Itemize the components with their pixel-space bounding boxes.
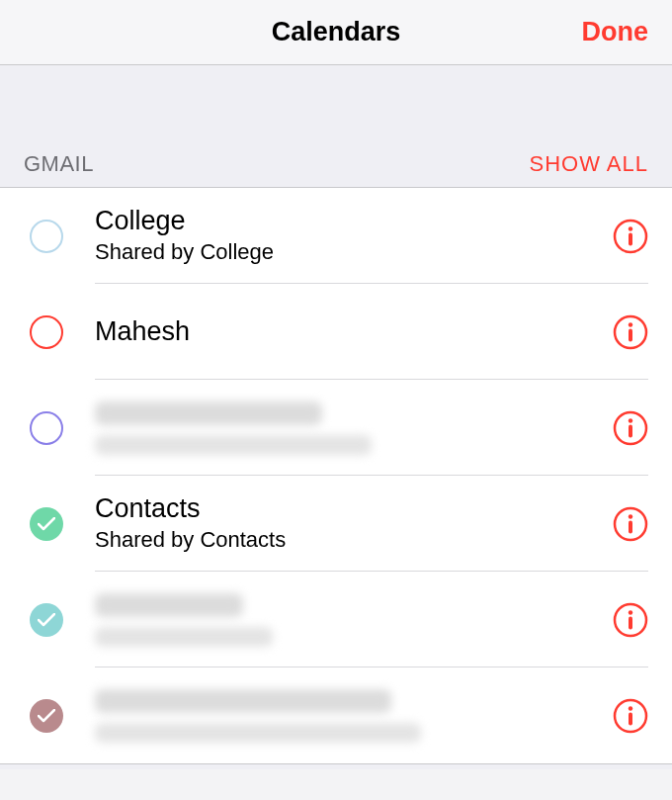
info-icon[interactable]: [613, 410, 648, 446]
calendar-row[interactable]: [0, 667, 672, 763]
svg-point-16: [629, 706, 632, 710]
calendar-row-content: [95, 689, 597, 743]
calendar-row[interactable]: [0, 572, 672, 667]
calendar-row-content: [95, 593, 597, 647]
svg-rect-17: [629, 712, 632, 725]
calendar-title: Mahesh: [95, 315, 597, 347]
calendar-checkbox[interactable]: [30, 220, 63, 253]
svg-point-4: [629, 322, 632, 326]
calendar-row[interactable]: [0, 380, 672, 476]
calendar-checkbox[interactable]: [30, 315, 63, 349]
calendar-subtitle-redacted: [95, 435, 372, 455]
info-icon[interactable]: [613, 314, 648, 350]
calendar-subtitle: Shared by Contacts: [95, 526, 597, 555]
svg-rect-14: [629, 616, 632, 629]
svg-point-7: [629, 418, 632, 422]
calendar-title: College: [95, 205, 597, 236]
info-icon[interactable]: [613, 219, 648, 254]
calendar-title: Contacts: [95, 492, 597, 524]
calendar-row[interactable]: ContactsShared by Contacts: [0, 476, 672, 572]
calendar-title-redacted: [95, 689, 391, 713]
info-icon[interactable]: [613, 698, 648, 734]
calendar-row-content: ContactsShared by Contacts: [95, 492, 597, 555]
svg-point-13: [629, 610, 632, 614]
info-icon[interactable]: [613, 506, 648, 542]
svg-rect-8: [629, 424, 632, 437]
section-label: GMAIL: [24, 151, 94, 177]
page-title: Calendars: [272, 17, 401, 47]
calendar-checkbox[interactable]: [30, 699, 63, 733]
done-button[interactable]: Done: [582, 17, 649, 47]
calendar-row-content: [95, 401, 597, 455]
calendar-title-redacted: [95, 401, 322, 425]
svg-point-1: [629, 226, 632, 230]
info-icon[interactable]: [613, 602, 648, 638]
footer-gap: [0, 763, 672, 769]
calendar-list: CollegeShared by CollegeMaheshContactsSh…: [0, 188, 672, 763]
section-header: GMAIL SHOW ALL: [0, 142, 672, 188]
svg-point-10: [629, 514, 632, 518]
calendar-subtitle-redacted: [95, 627, 273, 647]
calendar-checkbox[interactable]: [30, 411, 63, 445]
header-bar: Calendars Done: [0, 0, 672, 65]
svg-rect-2: [629, 232, 632, 245]
show-all-button[interactable]: SHOW ALL: [530, 151, 648, 177]
calendar-row-content: CollegeShared by College: [95, 205, 597, 267]
svg-rect-5: [629, 328, 632, 341]
calendar-row[interactable]: CollegeShared by College: [0, 188, 672, 284]
calendar-row-content: Mahesh: [95, 315, 597, 347]
calendar-checkbox[interactable]: [30, 507, 63, 541]
calendar-row[interactable]: Mahesh: [0, 284, 672, 380]
calendar-subtitle-redacted: [95, 723, 421, 743]
section-spacer: [0, 65, 672, 142]
calendar-checkbox[interactable]: [30, 603, 63, 637]
svg-rect-11: [629, 520, 632, 533]
calendar-title-redacted: [95, 593, 243, 617]
calendar-subtitle: Shared by College: [95, 238, 597, 267]
